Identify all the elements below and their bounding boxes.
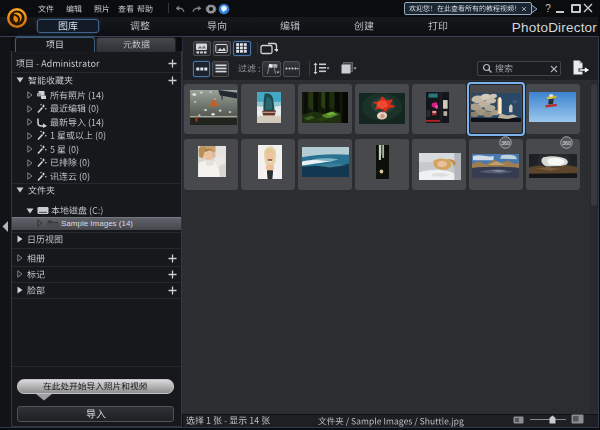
svg-text:360: 360 [562, 140, 571, 146]
svg-text:360: 360 [501, 140, 510, 146]
